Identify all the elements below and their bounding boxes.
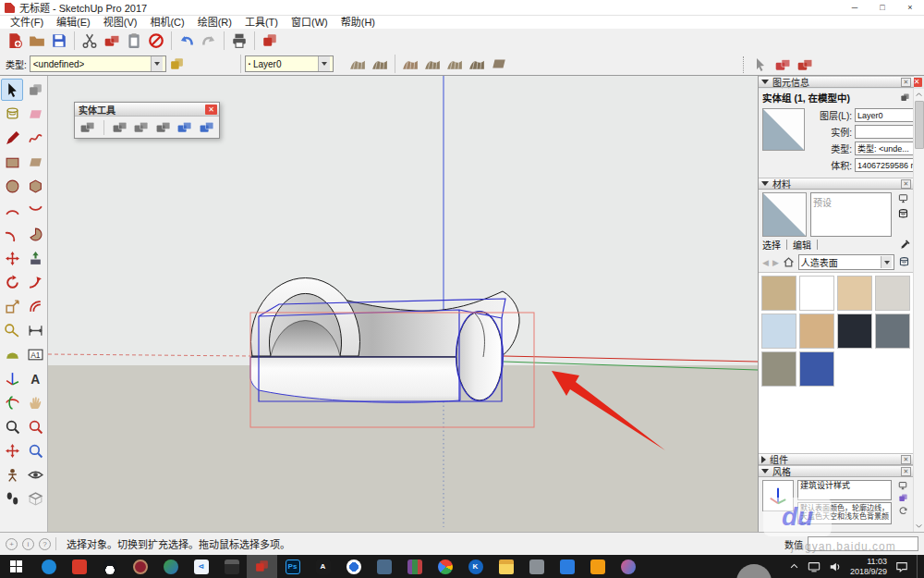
maximize-button[interactable]: □ xyxy=(869,0,896,16)
toolbar-grip[interactable] xyxy=(743,56,746,73)
subtract-button[interactable] xyxy=(152,118,173,136)
position-camera-tool[interactable] xyxy=(1,463,23,486)
solid-tools-close-button[interactable]: ✕ xyxy=(205,105,217,115)
taskbar-app-wechat[interactable] xyxy=(521,555,552,578)
eyedropper-icon[interactable] xyxy=(900,240,910,250)
toggle-pane-icon[interactable] xyxy=(900,92,910,103)
rotate-tool[interactable] xyxy=(1,271,23,293)
menu-tools[interactable]: 工具(T) xyxy=(238,16,285,29)
styles-header[interactable]: 风格 ✕ xyxy=(759,465,914,477)
scroll-down-icon[interactable] xyxy=(914,520,924,532)
line-tool[interactable] xyxy=(1,127,23,149)
menu-file[interactable]: 文件(F) xyxy=(4,16,50,29)
classifier-add-button[interactable] xyxy=(794,55,816,75)
secondary-pane-icon[interactable] xyxy=(898,193,908,203)
solid-tools-titlebar[interactable]: 实体工具 ✕ xyxy=(75,103,219,117)
arc-tool[interactable] xyxy=(1,199,23,221)
sample-paint-icon[interactable] xyxy=(898,256,910,268)
measurements-input[interactable] xyxy=(808,536,918,551)
rectangle-tool[interactable] xyxy=(1,151,23,173)
sandbox-from-scratch-button[interactable] xyxy=(369,54,391,74)
taskbar-app-paw[interactable] xyxy=(613,555,643,578)
undo-button[interactable] xyxy=(176,31,198,51)
cut-button[interactable] xyxy=(79,31,101,51)
taskbar-app-qq[interactable] xyxy=(94,555,125,578)
look-around-tool[interactable] xyxy=(24,463,46,486)
material-swatch[interactable] xyxy=(875,276,910,311)
type-dropdown[interactable]: <undefined> xyxy=(30,55,166,72)
add-detail-button[interactable] xyxy=(466,54,488,74)
material-swatch[interactable] xyxy=(837,314,872,349)
rotated-rectangle-tool[interactable] xyxy=(24,151,46,173)
solid-tools-window[interactable]: 实体工具 ✕ xyxy=(74,102,220,139)
taskbar-app-red-docs[interactable] xyxy=(64,555,94,578)
protractor-tool[interactable] xyxy=(1,343,23,365)
menu-view[interactable]: 视图(V) xyxy=(97,16,144,29)
create-material-icon[interactable] xyxy=(897,208,909,220)
material-swatch[interactable] xyxy=(799,314,834,349)
offset-tool[interactable] xyxy=(24,295,46,317)
menu-window[interactable]: 窗口(W) xyxy=(285,16,334,29)
move-tool[interactable] xyxy=(1,247,23,269)
collection-dropdown[interactable]: 人造表面 xyxy=(798,254,894,270)
zoom-previous-tool[interactable] xyxy=(24,439,46,461)
material-swatch[interactable] xyxy=(761,314,796,349)
material-swatch[interactable] xyxy=(761,351,796,387)
entity-info-header[interactable]: 图元信息 ✕ xyxy=(759,76,914,88)
two-point-arc-tool[interactable] xyxy=(24,199,46,221)
select-gesture-button[interactable] xyxy=(749,55,772,75)
menu-draw[interactable]: 绘图(R) xyxy=(191,16,238,29)
material-name-box[interactable]: 预设 xyxy=(810,192,892,237)
flip-edge-button[interactable] xyxy=(488,54,510,74)
minimize-button[interactable]: ─ xyxy=(841,0,869,16)
trim-button[interactable] xyxy=(175,118,195,136)
refresh-icon[interactable] xyxy=(898,506,908,516)
taskbar-app-photoshop[interactable]: Ps xyxy=(277,555,308,578)
circle-tool[interactable] xyxy=(1,175,23,197)
follow-me-tool[interactable] xyxy=(24,271,46,293)
taskbar-app-kingsoft[interactable]: K xyxy=(460,555,491,578)
start-button[interactable] xyxy=(0,555,33,578)
show-desktop-button[interactable] xyxy=(917,555,920,578)
paste-button[interactable] xyxy=(123,31,145,51)
material-swatch[interactable] xyxy=(799,351,834,387)
scrollbar-thumb[interactable] xyxy=(915,101,924,149)
style-name-box[interactable]: 建筑设计样式 xyxy=(797,480,892,500)
redo-button[interactable] xyxy=(198,31,220,51)
freehand-tool[interactable] xyxy=(24,127,46,149)
tray-scrollbar[interactable] xyxy=(913,89,924,532)
open-button[interactable] xyxy=(26,31,48,51)
select-tool[interactable] xyxy=(1,79,23,101)
classifier-tag-button[interactable] xyxy=(772,55,794,75)
axes-tool[interactable] xyxy=(1,367,23,389)
threed-text-tool[interactable] xyxy=(24,367,46,389)
material-swatch[interactable] xyxy=(799,276,834,311)
pie-tool[interactable] xyxy=(24,223,46,245)
print-button[interactable] xyxy=(228,31,250,51)
credits-icon[interactable]: i xyxy=(22,538,34,550)
menu-help[interactable]: 帮助(H) xyxy=(334,16,382,29)
materials-header[interactable]: 材料 ✕ xyxy=(759,178,914,190)
make-component-tool[interactable] xyxy=(24,79,46,101)
paint-bucket-tool[interactable] xyxy=(1,103,23,125)
text-tool[interactable] xyxy=(24,343,46,365)
styles-close-icon[interactable]: ✕ xyxy=(901,467,911,476)
help-icon[interactable]: ? xyxy=(39,538,51,550)
tab-edit[interactable]: 编辑 xyxy=(793,238,811,252)
taskbar-app-netmeeting[interactable] xyxy=(125,555,155,578)
model-info-button[interactable] xyxy=(259,31,281,51)
taskbar-app-photos[interactable] xyxy=(369,555,399,578)
taskbar-app-calculator[interactable] xyxy=(216,555,247,578)
volume-tray-icon[interactable] xyxy=(829,560,842,573)
display-tray-icon[interactable] xyxy=(808,560,821,573)
taskbar-app-blue[interactable] xyxy=(552,555,582,578)
intersect-button[interactable] xyxy=(109,118,129,136)
split-button[interactable] xyxy=(196,118,216,136)
home-icon[interactable] xyxy=(783,256,795,268)
walk-tool[interactable] xyxy=(1,487,23,510)
zoom-extents-tool[interactable] xyxy=(1,439,23,461)
drape-button[interactable] xyxy=(444,54,466,74)
taskbar-app-thunder[interactable]: ⊲ xyxy=(186,555,216,578)
push-pull-tool[interactable] xyxy=(24,247,46,269)
erase-button[interactable] xyxy=(145,31,167,51)
